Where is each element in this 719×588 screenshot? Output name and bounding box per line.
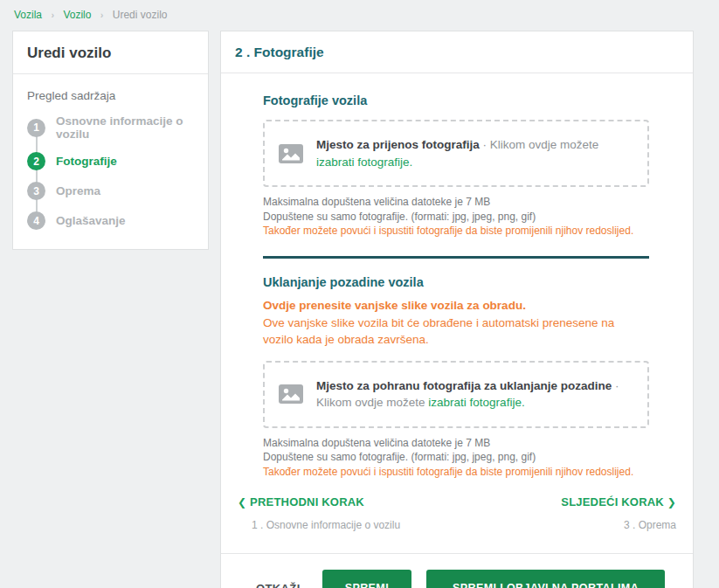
toc-label: Pregled sadržaja	[27, 89, 194, 102]
dropzone-title: Mjesto za pohranu fotografija za uklanja…	[316, 379, 612, 392]
sidebar-step-oprema[interactable]: 3 Oprema	[27, 182, 194, 200]
step-number-badge: 3	[27, 182, 45, 200]
step-list: 1 Osnovne informacije o vozilu 2 Fotogra…	[27, 114, 194, 230]
step-label: Oprema	[56, 184, 100, 197]
max-size-note: Maksimalna dopuštena veličina datoteke j…	[263, 436, 649, 451]
sidebar-card: Uredi vozilo Pregled sadržaja 1 Osnovne …	[12, 31, 209, 250]
prev-step: ❮ PRETHODNI KORAK 1 . Osnovne informacij…	[238, 494, 400, 531]
background-removal-intro-bold: Ovdje prenesite vanjske slike vozila za …	[263, 299, 649, 312]
layout: Uredi vozilo Pregled sadržaja 1 Osnovne …	[12, 31, 707, 588]
step-number-badge: 1	[27, 119, 45, 137]
sidebar-title: Uredi vozilo	[27, 45, 194, 62]
next-step: SLJEDEĆI KORAK ❯ 3 . Oprema	[561, 494, 676, 531]
section-background-removal: Uklanjanje pozadine vozila Ovdje prenesi…	[263, 275, 649, 480]
page: Vozila › Vozilo › Uredi vozilo Uredi voz…	[0, 0, 719, 588]
formats-note: Dopuštene su samo fotografije. (formati:…	[263, 210, 649, 225]
main-header: 2 . Fotografije	[221, 31, 693, 73]
sidebar-step-osnovne-informacije[interactable]: 1 Osnovne informacije o vozilu	[27, 114, 194, 141]
reorder-note: Također možete povući i ispustiti fotogr…	[263, 224, 649, 239]
upload-notes: Maksimalna dopuštena veličina datoteke j…	[263, 436, 649, 480]
next-step-link[interactable]: SLJEDEĆI KORAK ❯	[561, 495, 676, 508]
formats-note: Dopuštene su samo fotografije. (formati:…	[263, 450, 649, 465]
breadcrumb-current: Uredi vozilo	[113, 9, 168, 21]
breadcrumb-separator-icon: ›	[51, 10, 54, 20]
dropzone-text: Mjesto za pohranu fotografija za uklanja…	[316, 377, 633, 412]
photo-upload-dropzone[interactable]: Mjesto za prijenos fotografija · Klikom …	[263, 120, 649, 187]
section-title: Uklanjanje pozadine vozila	[263, 275, 649, 289]
save-and-publish-button[interactable]: SPREMI I OBJAVI NA PORTALIMA	[426, 570, 665, 588]
chevron-left-icon: ❮	[238, 496, 246, 508]
dot-separator: ·	[615, 379, 619, 392]
breadcrumb-link-vozila[interactable]: Vozila	[14, 9, 42, 21]
dropzone-hint: Klikom ovdje možete	[490, 138, 599, 151]
breadcrumb: Vozila › Vozilo › Uredi vozilo	[14, 9, 707, 21]
step-label: Osnovne informacije o vozilu	[56, 114, 194, 141]
background-removal-upload-dropzone[interactable]: Mjesto za pohranu fotografija za uklanja…	[263, 361, 649, 428]
prev-step-link[interactable]: ❮ PRETHODNI KORAK	[238, 495, 364, 508]
max-size-note: Maksimalna dopuštena veličina datoteke j…	[263, 195, 649, 210]
background-removal-intro-text: Ove vanjske slike vozila bit će obrađene…	[263, 315, 639, 349]
main-body: Fotografije vozila Mjesto za prijenos fo…	[221, 73, 693, 479]
step-label: Oglašavanje	[56, 214, 126, 227]
save-button[interactable]: SPREMI	[322, 570, 411, 588]
sidebar-body: Pregled sadržaja 1 Osnovne informacije o…	[13, 74, 208, 249]
dropzone-title: Mjesto za prijenos fotografija	[316, 138, 480, 151]
step-number-badge: 4	[27, 211, 45, 230]
prev-step-sub: 1 . Osnovne informacije o vozilu	[252, 519, 400, 531]
sidebar-step-oglasavanje[interactable]: 4 Oglašavanje	[27, 211, 194, 230]
section-title: Fotografije vozila	[263, 93, 649, 107]
dropzone-hint: Klikom ovdje možete	[316, 396, 425, 409]
section-divider	[263, 256, 649, 259]
choose-photos-link[interactable]: izabrati fotografije.	[316, 156, 412, 169]
choose-photos-link[interactable]: izabrati fotografije.	[428, 396, 524, 409]
cancel-button[interactable]: OTKAŽI	[249, 571, 308, 588]
main-card: 2 . Fotografije Fotografije vozila Mjest…	[220, 31, 694, 588]
image-icon	[279, 144, 303, 163]
step-navigation: ❮ PRETHODNI KORAK 1 . Osnovne informacij…	[221, 494, 693, 531]
step-label: Fotografije	[56, 155, 117, 168]
dot-separator: ·	[483, 138, 487, 151]
reorder-note: Također možete povući i ispustiti fotogr…	[263, 465, 649, 480]
upload-notes: Maksimalna dopuštena veličina datoteke j…	[263, 195, 649, 239]
page-title: 2 . Fotografije	[235, 45, 679, 60]
footer-actions: OTKAŽI SPREMI SPREMI I OBJAVI NA PORTALI…	[221, 553, 693, 588]
next-step-sub: 3 . Oprema	[561, 519, 676, 531]
dropzone-text: Mjesto za prijenos fotografija · Klikom …	[316, 136, 633, 170]
image-icon	[279, 384, 303, 404]
breadcrumb-separator-icon: ›	[100, 10, 104, 20]
step-number-badge: 2	[27, 152, 45, 170]
section-vehicle-photos: Fotografije vozila Mjesto za prijenos fo…	[263, 93, 649, 239]
chevron-right-icon: ❯	[667, 496, 676, 508]
sidebar-step-fotografije[interactable]: 2 Fotografije	[27, 152, 194, 170]
breadcrumb-link-vozilo[interactable]: Vozilo	[63, 9, 91, 21]
sidebar-header: Uredi vozilo	[13, 31, 208, 74]
